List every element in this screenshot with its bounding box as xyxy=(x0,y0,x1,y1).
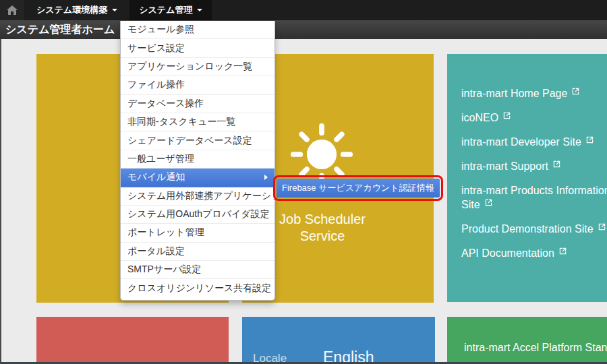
nav-item-system-admin[interactable]: システム管理 xyxy=(129,0,212,20)
link-api-documentation[interactable]: API Documentation xyxy=(461,246,607,260)
tile-links: intra-mart Home Page icoNEO intra-mart D… xyxy=(447,54,607,302)
menu-item-smtp-server-settings[interactable]: SMTPサーバ設定 xyxy=(121,261,274,279)
external-link-icon xyxy=(503,112,511,119)
menu-item-general-user-management[interactable]: 一般ユーザ管理 xyxy=(121,150,274,169)
menu-item-application-lock-list[interactable]: アプリケーションロック一覧 xyxy=(121,58,274,76)
tile-platform: intra-mart Accel Platform Stan xyxy=(447,317,607,364)
external-link-icon xyxy=(485,199,492,206)
tile-red xyxy=(36,317,229,364)
menu-item-portlet-management[interactable]: ポートレット管理 xyxy=(121,224,274,242)
menu-item-mobile-notification[interactable]: モバイル通知 xyxy=(121,169,274,187)
external-link-icon xyxy=(572,88,579,95)
page-header: システム管理者ホーム xyxy=(0,20,607,39)
link-products-information-site[interactable]: intra-mart Products Information Site xyxy=(461,183,607,212)
link-intra-mart-home-page[interactable]: intra-mart Home Page xyxy=(461,86,607,100)
menu-item-module-reference[interactable]: モジュール参照 xyxy=(121,21,274,39)
tile-locale: Locale English xyxy=(242,317,435,364)
menu-item-system-oauth-provider[interactable]: システム用OAuthプロバイダ設定 xyxy=(121,206,274,224)
menu-item-shared-database-settings[interactable]: シェアードデータベース設定 xyxy=(121,131,274,150)
annotation-highlight-box: Firebase サービスアカウント認証情報 xyxy=(273,175,443,201)
platform-text: intra-mart Accel Platform Stan xyxy=(464,342,607,354)
menu-item-async-task-queue-list[interactable]: 非同期-タスクキュー一覧 xyxy=(121,113,274,131)
system-admin-menu: モジュール参照 サービス設定 アプリケーションロック一覧 ファイル操作 データベ… xyxy=(120,21,275,301)
menu-item-system-external-apps[interactable]: システム用外部連携アプリケーション xyxy=(121,187,274,206)
caret-down-icon xyxy=(112,9,117,11)
nav-item-label: システム管理 xyxy=(139,4,192,16)
external-link-icon xyxy=(586,136,594,144)
nav-item-label: システム環境構築 xyxy=(36,4,107,16)
submenu-arrow-icon xyxy=(264,175,268,180)
link-product-demonstration-site[interactable]: Product Demonstration Site xyxy=(461,222,607,236)
menu-item-service-settings[interactable]: サービス設定 xyxy=(121,39,274,57)
top-nav: システム環境構築 システム管理 xyxy=(0,0,607,20)
nav-item-system-environment[interactable]: システム環境構築 xyxy=(27,0,127,20)
window-left-edge xyxy=(0,39,1,362)
link-developer-site[interactable]: intra-mart Developer Site xyxy=(461,135,607,149)
page-title: システム管理者ホーム xyxy=(5,24,115,35)
external-link-icon xyxy=(553,160,560,168)
menu-item-database-operations[interactable]: データベース操作 xyxy=(121,95,274,113)
menu-item-file-operations[interactable]: ファイル操作 xyxy=(121,76,274,94)
caret-down-icon xyxy=(197,9,202,11)
link-support[interactable]: intra-mart Support xyxy=(461,159,607,173)
home-button[interactable] xyxy=(0,0,24,20)
home-icon xyxy=(7,5,18,15)
submenu-item-firebase-service-account[interactable]: Firebase サービスアカウント認証情報 xyxy=(277,179,440,198)
external-link-icon xyxy=(598,223,606,231)
link-iconeo[interactable]: icoNEO xyxy=(461,111,607,125)
menu-item-cors-settings[interactable]: クロスオリジンリソース共有設定 xyxy=(121,279,274,297)
external-link-icon xyxy=(559,247,567,255)
menu-item-portal-settings[interactable]: ポータル設定 xyxy=(121,243,274,261)
